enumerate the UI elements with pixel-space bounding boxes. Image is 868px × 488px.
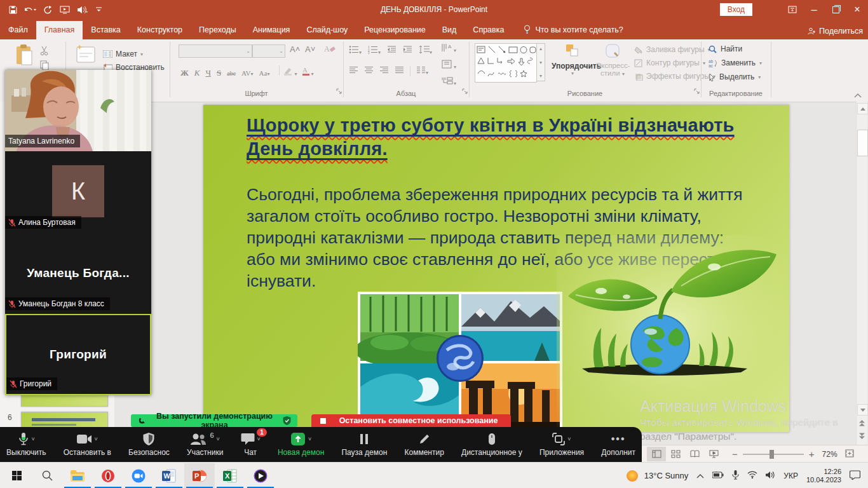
start-button[interactable]	[1, 463, 32, 488]
language-indicator[interactable]: УКР	[783, 471, 798, 480]
collapse-ribbon-button[interactable]	[854, 89, 862, 100]
paste-button[interactable]	[14, 44, 36, 71]
cut-button[interactable]	[39, 46, 50, 58]
tell-me-box[interactable]: Что вы хотите сделать?	[512, 20, 630, 39]
taskbar-zoom[interactable]	[123, 463, 154, 488]
save-icon[interactable]	[9, 6, 17, 14]
paragraph-dialog-launcher[interactable]	[462, 85, 468, 97]
scroll-up-button[interactable]	[857, 103, 868, 114]
tab-view[interactable]: Вид	[434, 21, 465, 39]
participant-video-tile[interactable]: Tatyana Lavrinenko	[5, 70, 151, 151]
zoom-slider[interactable]: − +	[732, 449, 815, 459]
tray-mic-icon[interactable]	[732, 470, 739, 482]
taskbar-clock[interactable]: 12:26 10.04.2023	[806, 468, 841, 484]
new-slide-button[interactable]	[74, 43, 96, 69]
participant-tile-umanets[interactable]: Уманець Богда... Уманець Богдан 8 класс	[5, 233, 151, 314]
minimize-button[interactable]: ─	[803, 0, 825, 19]
participant-tile-grigoriy-active-speaker[interactable]: Григорий Григорий	[5, 314, 151, 395]
more-button[interactable]: ••• Дополнит	[601, 432, 635, 457]
shield-check-icon[interactable]	[283, 416, 291, 425]
speaker-icon[interactable]	[77, 6, 88, 14]
slide-canvas[interactable]: Щороку у третю суботу квітня в Україні в…	[203, 105, 789, 432]
nature-collage-image[interactable]	[358, 292, 562, 432]
taskbar-excel[interactable]: X	[215, 463, 245, 488]
zoom-in-button[interactable]: +	[809, 449, 815, 459]
tab-design[interactable]: Конструктор	[129, 21, 191, 39]
scrollbar-thumb[interactable]	[857, 130, 868, 156]
annotate-button[interactable]: Комментир	[405, 432, 444, 457]
undo-icon[interactable]	[24, 6, 37, 14]
battery-icon[interactable]	[712, 471, 724, 480]
share-button[interactable]: Поделиться	[808, 27, 863, 36]
taskbar-media-player[interactable]	[245, 463, 276, 488]
font-dialog-launcher[interactable]	[336, 85, 342, 97]
stop-sharing-button[interactable]: Остановить совместное использование	[311, 414, 511, 427]
tab-animations[interactable]: Анимация	[245, 21, 299, 39]
remote-control-button[interactable]: Дистанционное у	[461, 432, 522, 457]
font-group-label: Шрифт	[170, 90, 343, 97]
wifi-icon[interactable]	[747, 471, 757, 480]
taskbar-word[interactable]: W	[154, 463, 184, 488]
slide-sorter-view-button[interactable]	[666, 447, 685, 461]
tab-file[interactable]: Файл	[0, 21, 36, 39]
layout-button[interactable]: Макет▾	[103, 50, 143, 58]
new-share-button[interactable]: ˅ Новая демон	[278, 432, 324, 457]
volume-icon[interactable]	[766, 471, 775, 481]
zoom-track[interactable]	[743, 454, 804, 455]
taskbar-file-explorer[interactable]	[62, 463, 93, 488]
next-slide-button[interactable]	[857, 431, 867, 441]
apps-button[interactable]: ˅ Приложения	[539, 432, 584, 457]
ribbon-display-options-button[interactable]	[782, 0, 803, 19]
action-center-button[interactable]	[850, 470, 860, 482]
tab-slideshow[interactable]: Слайд-шоу	[298, 21, 356, 39]
participant-tile-alina[interactable]: К Алина Буртовая	[5, 151, 151, 233]
slideshow-view-button[interactable]	[704, 447, 723, 461]
share-options-chevron[interactable]: ˅	[308, 436, 311, 442]
weather-widget[interactable]: 13°C Sunny	[625, 469, 689, 483]
tab-review[interactable]: Рецензирование	[356, 21, 434, 39]
tab-insert[interactable]: Вставка	[83, 21, 128, 39]
pencil-icon	[418, 433, 431, 445]
security-button[interactable]: Безопаснос	[128, 432, 170, 457]
chat-button[interactable]: 1˅ Чат	[241, 432, 261, 457]
chat-chevron[interactable]: ˅	[257, 436, 261, 442]
customize-qat-icon[interactable]	[95, 6, 102, 13]
drawing-group-label: Рисование	[469, 90, 701, 97]
participants-button[interactable]: 6˅ Участники	[187, 432, 223, 457]
redo-icon[interactable]	[44, 6, 53, 14]
scroll-down-button[interactable]	[857, 404, 868, 416]
reading-view-button[interactable]	[685, 447, 704, 461]
drawing-dialog-launcher[interactable]	[694, 85, 700, 97]
tab-help[interactable]: Справка	[465, 21, 512, 39]
previous-slide-button[interactable]	[857, 418, 867, 428]
slide-title-textbox[interactable]: Щороку у третю суботу квітня в Україні в…	[247, 114, 750, 161]
taskbar-powerpoint-active[interactable]: P	[184, 463, 215, 488]
apps-chevron[interactable]: ˅	[567, 436, 571, 442]
svg-text:W: W	[164, 472, 171, 480]
tab-transitions[interactable]: Переходы	[191, 21, 245, 39]
participants-icon	[190, 433, 207, 445]
start-slideshow-icon[interactable]	[60, 6, 70, 14]
zoom-out-button[interactable]: −	[732, 449, 738, 459]
video-options-chevron[interactable]: ˅	[95, 436, 98, 442]
normal-view-button[interactable]	[647, 447, 666, 461]
muted-mic-icon	[8, 300, 16, 308]
zoom-percentage[interactable]: 72%	[822, 450, 837, 459]
tray-expand-chevron[interactable]	[696, 471, 704, 480]
zoom-thumb[interactable]	[770, 450, 774, 459]
pause-share-button[interactable]: Пауза демон	[341, 432, 387, 457]
mic-options-chevron[interactable]: ˅	[32, 436, 35, 442]
tab-home[interactable]: Главная	[36, 21, 83, 39]
fit-slide-to-window-button[interactable]	[845, 449, 854, 460]
opera-icon	[101, 469, 115, 483]
mute-button[interactable]: ˅ Выключить	[6, 432, 46, 457]
participants-chevron[interactable]: ˅	[217, 436, 220, 442]
date-label: 10.04.2023	[806, 476, 841, 484]
taskbar-search-button[interactable]	[32, 463, 62, 488]
taskbar-opera[interactable]	[93, 463, 123, 488]
vertical-scrollbar[interactable]	[856, 102, 867, 445]
sign-in-button[interactable]: Вход	[720, 3, 752, 16]
restore-button[interactable]	[825, 0, 846, 19]
close-button[interactable]: ×	[846, 0, 868, 19]
stop-video-button[interactable]: ˅ Остановить в	[64, 432, 111, 457]
